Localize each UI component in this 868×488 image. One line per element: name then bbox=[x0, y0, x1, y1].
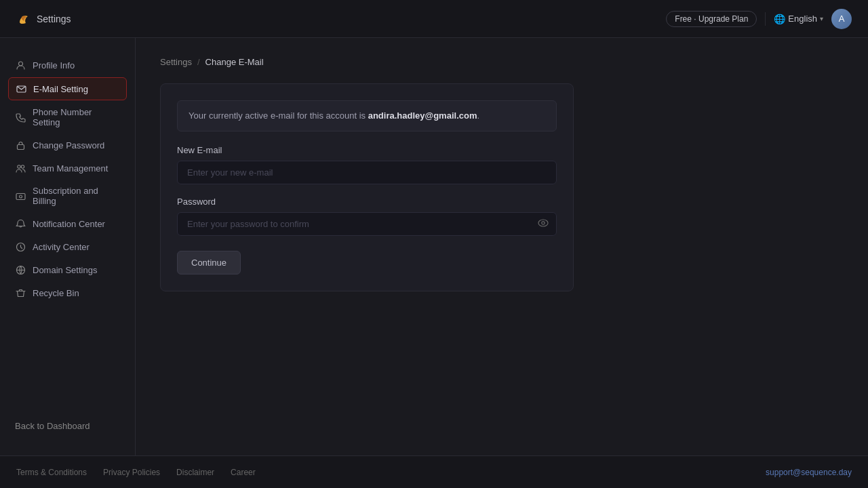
sidebar-item-profile-info[interactable]: Profile Info bbox=[8, 54, 127, 76]
chevron-down-icon: ▾ bbox=[820, 15, 823, 22]
sidebar-label-notification-center: Notification Center bbox=[33, 219, 105, 229]
billing-icon bbox=[15, 190, 26, 201]
sidebar-item-email-setting[interactable]: E-Mail Setting bbox=[8, 77, 127, 100]
globe-icon: 🌐 bbox=[774, 14, 785, 24]
sidebar-label-email-setting: E-Mail Setting bbox=[33, 84, 88, 94]
svg-rect-2 bbox=[17, 144, 24, 149]
footer: Terms & Conditions Privacy Policies Disc… bbox=[0, 455, 868, 488]
password-group: Password bbox=[177, 197, 557, 236]
sidebar-label-phone-number: Phone Number Setting bbox=[33, 107, 120, 127]
password-label: Password bbox=[177, 197, 557, 207]
person-icon bbox=[15, 60, 26, 70]
language-selector[interactable]: 🌐 English ▾ bbox=[774, 14, 823, 24]
sidebar-label-profile-info: Profile Info bbox=[33, 60, 75, 70]
eye-icon[interactable] bbox=[538, 218, 549, 230]
sidebar-item-change-password[interactable]: Change Password bbox=[8, 134, 127, 156]
activity-icon bbox=[15, 241, 26, 252]
footer-links: Terms & Conditions Privacy Policies Disc… bbox=[16, 468, 256, 477]
password-input-wrapper bbox=[177, 212, 557, 236]
app-logo-icon bbox=[16, 12, 31, 26]
sidebar-item-recycle-bin[interactable]: Recycle Bin bbox=[8, 282, 127, 304]
svg-point-4 bbox=[21, 165, 24, 167]
breadcrumb-separator: / bbox=[197, 57, 200, 67]
sidebar-label-team-management: Team Management bbox=[33, 163, 108, 174]
sidebar-label-domain-settings: Domain Settings bbox=[33, 265, 97, 275]
support-email[interactable]: support@sequence.day bbox=[766, 468, 852, 477]
continue-button[interactable]: Continue bbox=[177, 251, 241, 274]
svg-point-0 bbox=[18, 62, 22, 66]
upgrade-button[interactable]: Free · Upgrade Plan bbox=[666, 11, 757, 27]
content-area: Settings / Change E-Mail Your currently … bbox=[136, 38, 868, 455]
change-email-card: Your currently active e-mail for this ac… bbox=[160, 83, 574, 291]
footer-disclaimer[interactable]: Disclaimer bbox=[176, 468, 214, 477]
svg-rect-5 bbox=[16, 193, 25, 199]
svg-point-6 bbox=[19, 195, 22, 198]
back-to-dashboard[interactable]: Back to Dashboard bbox=[0, 421, 135, 439]
language-label: English bbox=[788, 14, 817, 24]
sidebar-nav: Profile Info E-Mail Setting Phone Number… bbox=[0, 54, 135, 304]
svg-point-3 bbox=[17, 165, 20, 167]
sidebar-item-team-management[interactable]: Team Management bbox=[8, 157, 127, 179]
sidebar-label-change-password: Change Password bbox=[33, 140, 104, 150]
current-email: andira.hadley@gmail.com bbox=[368, 110, 477, 121]
sidebar-item-subscription-billing[interactable]: Subscription and Billing bbox=[8, 180, 127, 211]
mail-icon bbox=[16, 83, 26, 94]
lock-icon bbox=[15, 140, 26, 150]
topbar-left: Settings bbox=[16, 12, 71, 26]
app-title: Settings bbox=[37, 14, 71, 24]
bell-icon bbox=[15, 218, 26, 229]
trash-icon bbox=[15, 287, 26, 298]
info-banner: Your currently active e-mail for this ac… bbox=[177, 100, 557, 131]
sidebar-label-subscription-billing: Subscription and Billing bbox=[33, 186, 120, 206]
info-text-after: . bbox=[477, 110, 479, 121]
password-input[interactable] bbox=[177, 212, 557, 236]
sidebar-label-recycle-bin: Recycle Bin bbox=[33, 288, 79, 298]
svg-point-10 bbox=[542, 221, 545, 224]
breadcrumb-parent[interactable]: Settings bbox=[160, 57, 192, 67]
footer-privacy[interactable]: Privacy Policies bbox=[103, 468, 160, 477]
new-email-label: New E-mail bbox=[177, 145, 557, 155]
info-text-before: Your currently active e-mail for this ac… bbox=[189, 110, 368, 121]
sidebar: Profile Info E-Mail Setting Phone Number… bbox=[0, 38, 136, 455]
sidebar-item-notification-center[interactable]: Notification Center bbox=[8, 213, 127, 235]
footer-career[interactable]: Career bbox=[231, 468, 256, 477]
phone-icon bbox=[15, 112, 26, 123]
sidebar-label-activity-center: Activity Center bbox=[33, 242, 90, 252]
sidebar-item-activity-center[interactable]: Activity Center bbox=[8, 236, 127, 258]
new-email-group: New E-mail bbox=[177, 145, 557, 184]
main-layout: Profile Info E-Mail Setting Phone Number… bbox=[0, 38, 868, 455]
avatar[interactable]: A bbox=[831, 9, 852, 29]
breadcrumb-current: Change E-Mail bbox=[205, 57, 264, 67]
sidebar-item-domain-settings[interactable]: Domain Settings bbox=[8, 259, 127, 281]
new-email-input[interactable] bbox=[177, 161, 557, 184]
sidebar-item-phone-number[interactable]: Phone Number Setting bbox=[8, 102, 127, 133]
footer-terms[interactable]: Terms & Conditions bbox=[16, 468, 87, 477]
topbar-divider bbox=[765, 12, 766, 26]
topbar-right: Free · Upgrade Plan 🌐 English ▾ A bbox=[666, 9, 852, 29]
team-icon bbox=[15, 163, 26, 174]
breadcrumb: Settings / Change E-Mail bbox=[160, 57, 844, 67]
topbar: Settings Free · Upgrade Plan 🌐 English ▾… bbox=[0, 0, 868, 38]
domain-icon bbox=[15, 264, 26, 275]
svg-point-9 bbox=[538, 220, 548, 226]
